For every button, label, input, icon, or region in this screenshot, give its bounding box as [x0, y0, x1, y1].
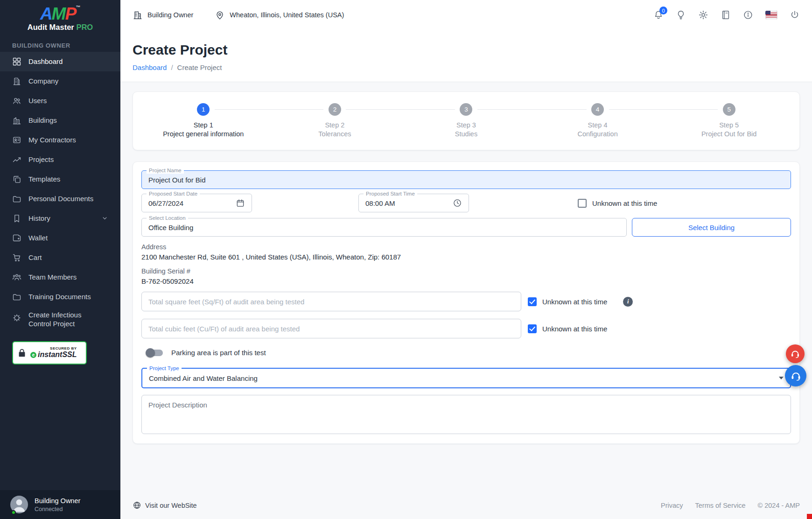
brand-name: Audit Master PRO [0, 23, 120, 32]
dropdown-caret-icon [779, 377, 784, 379]
support-chat-button[interactable] [786, 344, 805, 363]
sidebar-item-templates[interactable]: Templates [0, 169, 120, 189]
sidebar-item-wallet[interactable]: Wallet [0, 228, 120, 248]
info-circle-icon [743, 10, 753, 20]
lightbulb-icon [676, 10, 686, 20]
sidebar-item-training-documents[interactable]: Training Documents [0, 287, 120, 307]
cuft-unknown-checkbox[interactable]: Unknown at this time [528, 324, 607, 333]
breadcrumb-dashboard-link[interactable]: Dashboard [133, 63, 167, 71]
unknown-time-checkbox[interactable]: Unknown at this time [578, 199, 657, 208]
sidebar-item-buildings[interactable]: Buildings [0, 111, 120, 130]
project-name-field[interactable]: Project Name Project Out for Bid [141, 170, 791, 189]
breadcrumb: Dashboard / Create Project [133, 63, 800, 71]
tips-button[interactable] [676, 10, 686, 20]
infection-control-icon [12, 313, 21, 323]
sidebar-item-label: History [28, 214, 50, 223]
documentation-button[interactable] [721, 10, 731, 20]
checkbox-checked-icon [528, 324, 537, 333]
stepper-step-3[interactable]: 3 Step 3 Studies [400, 103, 532, 138]
start-time-field[interactable]: Proposed Start Time 08:00 AM [358, 194, 469, 212]
breadcrumb-current: Create Project [177, 63, 222, 71]
sidebar-item-label: Create Infectious Control Project [28, 310, 103, 329]
clock-icon[interactable] [453, 198, 462, 208]
parking-toggle[interactable]: Parking area is part of this test [141, 349, 791, 357]
project-name-label: Project Name [147, 168, 184, 174]
corner-marker [807, 514, 812, 519]
sidebar-item-my-contractors[interactable]: My Contractors [0, 130, 120, 150]
lock-icon [17, 348, 27, 358]
role-indicator: Building Owner [133, 10, 193, 20]
serial-value: B-762-05092024 [141, 277, 791, 285]
page-header: Create Project Dashboard / Create Projec… [120, 30, 812, 82]
website-link[interactable]: Visit our WebSite [133, 501, 197, 510]
sidebar-item-team-members[interactable]: Team Members [0, 267, 120, 287]
user-profile[interactable]: Building Owner Connected [0, 490, 120, 519]
sidebar-item-users[interactable]: Users [0, 91, 120, 111]
user-connection-status: Connected [35, 506, 80, 512]
calendar-icon[interactable] [236, 198, 245, 208]
notifications-button[interactable]: 0 [653, 10, 664, 20]
logout-button[interactable] [790, 10, 800, 20]
sidebar-item-label: Cart [28, 253, 42, 262]
privacy-link[interactable]: Privacy [661, 502, 683, 509]
address-label: Address [141, 243, 791, 251]
page-title: Create Project [133, 42, 800, 58]
project-form: Project Name Project Out for Bid Propose… [133, 161, 800, 444]
avatar [10, 496, 28, 513]
ssl-secured-by-label: SECURED BY [30, 346, 77, 351]
app-window: AMP™ Audit Master PRO BUILDING OWNER Das… [0, 0, 812, 519]
contractors-icon [12, 135, 21, 145]
sidebar-item-label: Projects [28, 155, 54, 164]
help-support-button[interactable] [785, 365, 806, 386]
select-building-button[interactable]: Select Building [632, 218, 791, 237]
footer: Visit our WebSite Privacy Terms of Servi… [120, 492, 812, 519]
terms-link[interactable]: Terms of Service [695, 502, 746, 509]
stepper-step-1[interactable]: 1 Step 1 Project general information [138, 103, 269, 138]
location-field[interactable]: Select Location Office Building [141, 218, 627, 237]
toggle-off-icon [147, 350, 163, 356]
brand-logo[interactable]: AMP™ Audit Master PRO [0, 0, 120, 34]
gear-icon [698, 10, 708, 20]
sidebar-section-label: BUILDING OWNER [0, 42, 120, 49]
settings-button[interactable] [698, 10, 708, 20]
sidebar-item-label: Buildings [28, 116, 57, 125]
stepper-step-2[interactable]: 2 Step 2 Tolerances [269, 103, 401, 138]
sqft-unknown-checkbox[interactable]: Unknown at this time [528, 297, 607, 306]
sidebar-item-dashboard[interactable]: Dashboard [0, 52, 120, 71]
cart-icon [12, 253, 21, 262]
history-bookmark-icon [12, 214, 21, 223]
language-button[interactable] [765, 11, 777, 19]
user-name: Building Owner [35, 497, 80, 505]
folder-icon [12, 194, 21, 203]
sidebar-item-label: Dashboard [28, 57, 63, 66]
info-button[interactable] [743, 10, 753, 20]
location-indicator[interactable]: Wheaton, Illinois, United States (USA) [215, 10, 344, 20]
templates-icon [12, 175, 21, 184]
us-flag-icon [765, 11, 777, 19]
stepper-step-4[interactable]: 4 Step 4 Configuration [532, 103, 664, 138]
role-label: Building Owner [147, 11, 193, 19]
wallet-icon [12, 233, 21, 243]
top-header: Building Owner Wheaton, Illinois, United… [120, 0, 812, 30]
location-pin-icon [215, 10, 225, 20]
sqft-input[interactable] [141, 292, 521, 311]
instantssl-badge[interactable]: SECURED BY einstantSSL [12, 341, 87, 365]
info-icon[interactable]: i [623, 297, 633, 307]
company-icon [12, 77, 21, 86]
sidebar-item-company[interactable]: Company [0, 71, 120, 91]
start-date-field[interactable]: Proposed Start Date 06/27/2024 [141, 194, 252, 212]
sidebar-item-personal-documents[interactable]: Personal Documents [0, 189, 120, 209]
globe-icon [133, 501, 141, 510]
sidebar-item-projects[interactable]: Projects [0, 150, 120, 169]
sidebar-item-create-infectious-control-project[interactable]: Create Infectious Control Project [0, 307, 120, 334]
project-type-select[interactable]: Project Type Combined Air and Water Bala… [141, 368, 791, 388]
sidebar-item-cart[interactable]: Cart [0, 248, 120, 267]
stepper-step-5[interactable]: 5 Step 5 Project Out for Bid [663, 103, 795, 138]
buildings-icon [12, 116, 21, 125]
description-textarea[interactable] [141, 395, 791, 434]
sidebar-item-history[interactable]: History [0, 209, 120, 228]
step-circle: 4 [591, 103, 604, 116]
sidebar-item-label: Wallet [28, 233, 48, 243]
notification-badge: 0 [659, 7, 667, 14]
cuft-input[interactable] [141, 319, 521, 338]
